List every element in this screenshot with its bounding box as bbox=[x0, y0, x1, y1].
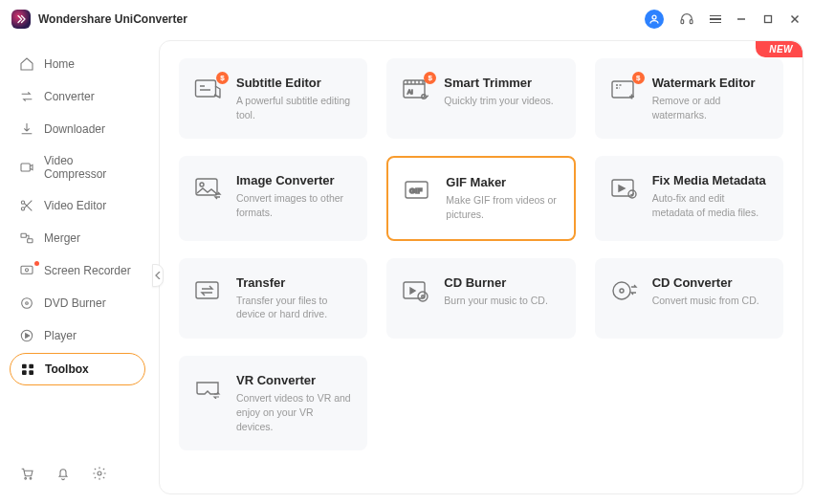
sidebar-item-label: Player bbox=[44, 329, 77, 342]
tool-title: Watermark Editor bbox=[652, 76, 768, 90]
svg-point-40 bbox=[620, 289, 624, 293]
svg-rect-18 bbox=[29, 364, 33, 369]
svg-rect-11 bbox=[28, 239, 33, 243]
sidebar-item-label: Merger bbox=[44, 231, 80, 245]
premium-badge-icon: $ bbox=[424, 72, 436, 84]
tool-title: Fix Media Metadata bbox=[652, 173, 768, 187]
svg-text:AI: AI bbox=[407, 89, 413, 95]
svg-rect-20 bbox=[29, 370, 33, 375]
play-icon bbox=[19, 328, 34, 343]
sidebar-item-label: DVD Burner bbox=[44, 296, 106, 310]
bell-icon[interactable] bbox=[55, 466, 71, 481]
svg-point-8 bbox=[21, 201, 24, 204]
sidebar-item-label: Converter bbox=[44, 90, 95, 103]
svg-point-39 bbox=[613, 282, 630, 299]
headset-icon[interactable] bbox=[677, 10, 696, 29]
transfer-icon bbox=[194, 277, 223, 304]
minimize-button[interactable] bbox=[735, 12, 748, 26]
sidebar-item-video-editor[interactable]: Video Editor bbox=[10, 190, 145, 221]
sidebar: Home Converter Downloader Video Compress… bbox=[0, 38, 155, 504]
vr-icon bbox=[194, 375, 223, 402]
cd-burn-icon bbox=[402, 277, 430, 304]
svg-rect-35 bbox=[196, 282, 218, 298]
gear-icon[interactable] bbox=[92, 466, 107, 481]
tool-card-subtitle-editor[interactable]: $ Subtitle Editor A powerful subtitle ed… bbox=[179, 58, 367, 139]
app-logo bbox=[11, 10, 31, 29]
svg-point-23 bbox=[98, 471, 101, 475]
svg-rect-7 bbox=[21, 164, 30, 171]
sidebar-item-screen-recorder[interactable]: Screen Recorder bbox=[10, 255, 145, 286]
gif-icon: GIF bbox=[404, 177, 432, 204]
disc-icon bbox=[19, 296, 34, 311]
menu-icon[interactable] bbox=[710, 15, 721, 24]
tool-card-vr-converter[interactable]: VR Converter Convert videos to VR and en… bbox=[179, 356, 367, 450]
svg-rect-1 bbox=[681, 20, 684, 24]
toolbox-icon bbox=[20, 362, 35, 377]
main-panel: NEW $ Subtitle Editor A powerful subtitl… bbox=[159, 40, 803, 494]
svg-point-14 bbox=[22, 298, 33, 309]
svg-rect-28 bbox=[612, 81, 633, 98]
tool-card-fix-media-metadata[interactable]: Fix Media Metadata Auto-fix and edit met… bbox=[595, 156, 783, 240]
tool-desc: Quickly trim your videos. bbox=[444, 94, 553, 108]
svg-point-13 bbox=[25, 269, 28, 272]
svg-text:GIF: GIF bbox=[409, 186, 422, 195]
svg-rect-2 bbox=[690, 20, 692, 24]
sidebar-item-label: Screen Recorder bbox=[44, 264, 131, 277]
svg-point-0 bbox=[652, 15, 656, 19]
tool-card-smart-trimmer[interactable]: AI $ Smart Trimmer Quickly trim your vid… bbox=[386, 58, 575, 139]
sidebar-item-label: Downloader bbox=[44, 122, 105, 136]
tool-title: Smart Trimmer bbox=[444, 76, 553, 90]
tool-desc: Convert videos to VR and enjoy on your V… bbox=[236, 391, 352, 433]
cart-icon[interactable] bbox=[19, 466, 34, 481]
close-button[interactable] bbox=[788, 12, 802, 26]
svg-point-21 bbox=[25, 477, 27, 479]
merge-icon bbox=[19, 230, 34, 246]
maximize-button[interactable] bbox=[761, 12, 775, 26]
tool-desc: Convert images to other formats. bbox=[236, 191, 352, 219]
sidebar-item-player[interactable]: Player bbox=[10, 320, 145, 351]
svg-rect-29 bbox=[196, 179, 217, 195]
svg-point-22 bbox=[30, 477, 32, 479]
sidebar-item-dvd-burner[interactable]: DVD Burner bbox=[10, 288, 145, 318]
sidebar-item-label: Toolbox bbox=[45, 362, 89, 376]
compress-icon bbox=[19, 160, 34, 175]
record-icon bbox=[19, 263, 34, 278]
sidebar-item-home[interactable]: Home bbox=[10, 49, 145, 79]
svg-point-30 bbox=[200, 183, 204, 186]
tool-title: CD Converter bbox=[652, 275, 759, 290]
tool-title: CD Burner bbox=[444, 275, 548, 290]
sidebar-item-downloader[interactable]: Downloader bbox=[10, 114, 145, 144]
sidebar-item-video-compressor[interactable]: Video Compressor bbox=[10, 146, 145, 188]
tool-title: Image Converter bbox=[236, 173, 352, 187]
tool-desc: Burn your music to CD. bbox=[444, 294, 548, 308]
tool-desc: Remove or add watermarks. bbox=[652, 94, 768, 121]
svg-rect-12 bbox=[21, 266, 33, 274]
tool-desc: Convert music from CD. bbox=[652, 294, 759, 308]
sidebar-item-label: Video Editor bbox=[44, 199, 106, 212]
tool-card-image-converter[interactable]: Image Converter Convert images to other … bbox=[179, 156, 367, 240]
tool-card-cd-converter[interactable]: CD Converter Convert music from CD. bbox=[595, 258, 783, 339]
tool-card-cd-burner[interactable]: CD Burner Burn your music to CD. bbox=[386, 258, 575, 339]
tool-desc: Transfer your files to device or hard dr… bbox=[236, 294, 352, 321]
sidebar-item-toolbox[interactable]: Toolbox bbox=[10, 353, 145, 385]
notification-dot-icon bbox=[34, 261, 39, 266]
svg-point-38 bbox=[422, 295, 425, 297]
tool-title: GIF Maker bbox=[446, 175, 558, 189]
sidebar-item-merger[interactable]: Merger bbox=[10, 223, 145, 253]
sidebar-item-label: Video Compressor bbox=[44, 154, 136, 181]
tool-card-gif-maker[interactable]: GIF GIF Maker Make GIF from videos or pi… bbox=[386, 156, 575, 240]
sidebar-item-converter[interactable]: Converter bbox=[10, 81, 145, 112]
sidebar-collapse-button[interactable] bbox=[152, 264, 164, 287]
svg-rect-4 bbox=[765, 16, 772, 23]
account-icon[interactable] bbox=[645, 10, 664, 29]
trimmer-icon: AI $ bbox=[402, 77, 430, 104]
watermark-icon: $ bbox=[610, 77, 639, 104]
premium-badge-icon: $ bbox=[632, 72, 645, 84]
new-badge: NEW bbox=[756, 41, 802, 57]
tool-card-transfer[interactable]: Transfer Transfer your files to device o… bbox=[179, 258, 367, 339]
svg-rect-10 bbox=[21, 233, 26, 237]
tool-card-watermark-editor[interactable]: $ Watermark Editor Remove or add waterma… bbox=[595, 58, 783, 139]
sidebar-item-label: Home bbox=[44, 57, 75, 71]
svg-point-9 bbox=[21, 208, 24, 210]
svg-point-37 bbox=[418, 292, 428, 301]
